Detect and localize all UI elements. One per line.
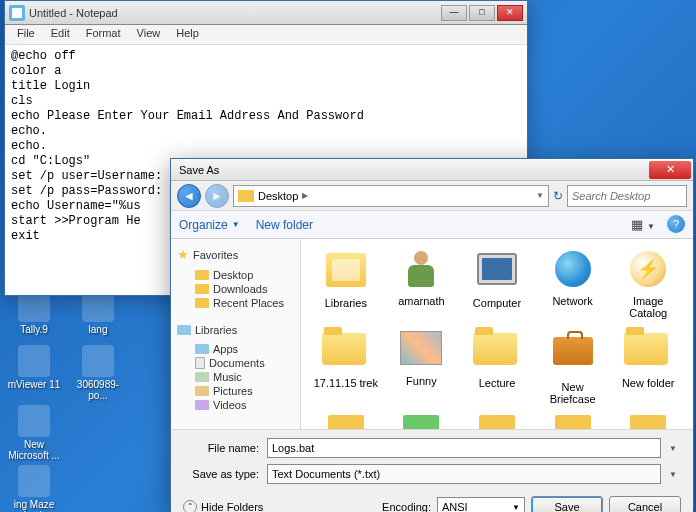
file-grid: Libraries amarnath Computer Network Imag… xyxy=(301,239,693,429)
saveas-toolbar: Organize▼ New folder ▦ ▼ ? xyxy=(171,211,693,239)
forward-button[interactable]: ► xyxy=(205,184,229,208)
file-item-user[interactable]: amarnath xyxy=(385,247,459,321)
file-item-network[interactable]: Network xyxy=(536,247,610,321)
star-icon: ★ xyxy=(177,247,189,262)
hide-folders-button[interactable]: ˄ Hide Folders xyxy=(183,500,263,512)
breadcrumb-text: Desktop xyxy=(258,190,298,202)
desktop-icon[interactable]: New Microsoft ... xyxy=(6,405,62,461)
notepad-menubar: File Edit Format View Help xyxy=(5,25,527,45)
menu-format[interactable]: Format xyxy=(78,25,129,44)
chevron-down-icon[interactable]: ▼ xyxy=(536,191,544,200)
filename-input[interactable] xyxy=(267,438,661,458)
saveas-title: Save As xyxy=(171,164,649,176)
desktop-icon[interactable]: mViewer 11 xyxy=(6,345,62,390)
savetype-select[interactable]: Text Documents (*.txt) xyxy=(267,464,661,484)
libraries-icon xyxy=(177,325,191,335)
sidebar-item-downloads[interactable]: Downloads xyxy=(173,282,298,296)
encoding-select[interactable]: ANSI▼ xyxy=(437,497,525,512)
sidebar-libraries-header[interactable]: Libraries xyxy=(177,324,298,336)
close-button[interactable]: ✕ xyxy=(497,5,523,21)
sidebar-item-videos[interactable]: Videos xyxy=(173,398,298,412)
saveas-bottom-panel: File name: ▼ Save as type: Text Document… xyxy=(171,429,693,512)
chevron-right-icon[interactable]: ▶ xyxy=(302,191,308,200)
sidebar-item-desktop[interactable]: Desktop xyxy=(173,268,298,282)
view-options-button[interactable]: ▦ ▼ xyxy=(627,215,659,234)
desktop-icon[interactable]: 3060989-po... xyxy=(70,345,126,401)
search-input[interactable] xyxy=(567,185,687,207)
notepad-titlebar[interactable]: Untitled - Notepad — □ ✕ xyxy=(5,1,527,25)
file-item-libraries[interactable]: Libraries xyxy=(309,247,383,321)
sidebar-favorites-header[interactable]: ★Favorites xyxy=(177,247,298,262)
organize-button[interactable]: Organize▼ xyxy=(179,218,240,232)
chevron-up-icon: ˄ xyxy=(183,500,197,512)
close-icon[interactable]: ✕ xyxy=(649,161,691,179)
file-item-folder[interactable]: 17.11.15 trek xyxy=(309,325,383,407)
menu-edit[interactable]: Edit xyxy=(43,25,78,44)
file-item-folder[interactable]: Funny xyxy=(385,325,459,407)
saveas-dialog: Save As ✕ ◄ ► Desktop ▶ ▼ ↻ Organize▼ Ne… xyxy=(170,158,694,510)
filename-label: File name: xyxy=(183,442,259,454)
save-button[interactable]: Save xyxy=(531,496,603,512)
file-item-partial[interactable] xyxy=(611,411,685,429)
sidebar: ★Favorites Desktop Downloads Recent Plac… xyxy=(171,239,301,429)
sidebar-item-apps[interactable]: Apps xyxy=(173,342,298,356)
folder-icon xyxy=(238,190,254,202)
saveas-titlebar[interactable]: Save As ✕ xyxy=(171,159,693,181)
chevron-down-icon[interactable]: ▼ xyxy=(669,470,681,479)
file-item-computer[interactable]: Computer xyxy=(460,247,534,321)
help-icon[interactable]: ? xyxy=(667,215,685,233)
file-item-folder[interactable]: New folder xyxy=(611,325,685,407)
newfolder-button[interactable]: New folder xyxy=(256,218,313,232)
saveas-navbar: ◄ ► Desktop ▶ ▼ ↻ xyxy=(171,181,693,211)
file-item-partial[interactable] xyxy=(536,411,610,429)
file-item-partial[interactable] xyxy=(385,411,459,429)
desktop-icon[interactable]: lang xyxy=(70,290,126,335)
sidebar-item-pictures[interactable]: Pictures xyxy=(173,384,298,398)
file-item-partial[interactable] xyxy=(460,411,534,429)
back-button[interactable]: ◄ xyxy=(177,184,201,208)
sidebar-item-music[interactable]: Music xyxy=(173,370,298,384)
sidebar-item-documents[interactable]: Documents xyxy=(173,356,298,370)
file-item-briefcase[interactable]: New Briefcase xyxy=(536,325,610,407)
file-item-partial[interactable] xyxy=(309,411,383,429)
breadcrumb[interactable]: Desktop ▶ ▼ xyxy=(233,185,549,207)
desktop-icon[interactable]: Tally.9 xyxy=(6,290,62,335)
menu-file[interactable]: File xyxy=(9,25,43,44)
notepad-app-icon xyxy=(9,5,25,21)
maximize-button[interactable]: □ xyxy=(469,5,495,21)
encoding-label: Encoding: xyxy=(382,501,431,512)
chevron-down-icon[interactable]: ▼ xyxy=(669,444,681,453)
savetype-label: Save as type: xyxy=(183,468,259,480)
minimize-button[interactable]: — xyxy=(441,5,467,21)
desktop-icon[interactable]: ing Maze Lock xyxy=(6,465,62,512)
cancel-button[interactable]: Cancel xyxy=(609,496,681,512)
menu-view[interactable]: View xyxy=(129,25,169,44)
notepad-title: Untitled - Notepad xyxy=(25,7,439,19)
file-item-catalog[interactable]: Image Catalog xyxy=(611,247,685,321)
sidebar-item-recentplaces[interactable]: Recent Places xyxy=(173,296,298,310)
file-item-folder[interactable]: Lecture xyxy=(460,325,534,407)
menu-help[interactable]: Help xyxy=(168,25,207,44)
